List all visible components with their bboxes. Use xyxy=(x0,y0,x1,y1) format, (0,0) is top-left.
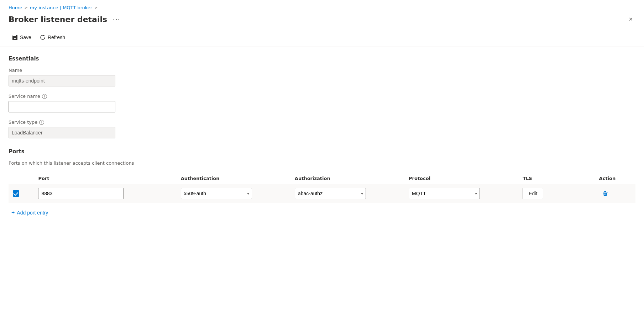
add-icon: + xyxy=(11,210,15,216)
refresh-icon xyxy=(40,35,46,40)
ports-title: Ports xyxy=(9,148,635,155)
toolbar: Save Refresh xyxy=(0,30,644,47)
service-name-input[interactable] xyxy=(9,101,115,112)
ports-subtitle: Ports on which this listener accepts cli… xyxy=(9,160,635,166)
service-name-label: Service name i xyxy=(9,94,635,99)
authentication-cell: x509-auth ▾ xyxy=(177,184,290,203)
content-area: Essentials Name Service name i Service t… xyxy=(0,47,644,226)
panel-header: Broker listener details ··· × xyxy=(0,13,644,30)
col-header-authz: Authorization xyxy=(290,173,404,184)
add-port-entry-button[interactable]: + Add port entry xyxy=(9,208,51,217)
breadcrumb: Home > my-instance | MQTT broker > xyxy=(0,0,644,13)
col-header-tls: TLS xyxy=(518,173,595,184)
save-icon xyxy=(12,35,18,40)
service-name-field-group: Service name i xyxy=(9,94,635,112)
service-type-input xyxy=(9,127,115,138)
authentication-select[interactable]: x509-auth xyxy=(181,188,252,199)
essentials-title: Essentials xyxy=(9,55,635,62)
protocol-select[interactable]: MQTT xyxy=(409,188,480,199)
close-button[interactable]: × xyxy=(626,15,635,24)
name-input xyxy=(9,75,115,86)
authentication-dropdown-wrapper: x509-auth ▾ xyxy=(181,188,252,199)
save-label: Save xyxy=(20,35,31,40)
col-header-protocol: Protocol xyxy=(404,173,518,184)
protocol-dropdown-wrapper: MQTT ▾ xyxy=(409,188,480,199)
service-type-label: Service type i xyxy=(9,120,635,125)
ports-section: Ports Ports on which this listener accep… xyxy=(9,148,635,217)
breadcrumb-instance[interactable]: my-instance | MQTT broker xyxy=(30,5,92,10)
table-header-row: Port Authentication Authorization Protoc… xyxy=(9,173,635,184)
row-checkbox[interactable] xyxy=(13,190,19,197)
service-type-field-group: Service type i xyxy=(9,120,635,138)
breadcrumb-sep2: > xyxy=(94,5,98,10)
authorization-select[interactable]: abac-authz xyxy=(295,188,366,199)
tls-edit-button[interactable]: Edit xyxy=(523,188,543,199)
add-port-label: Add port entry xyxy=(17,210,48,216)
name-field-group: Name xyxy=(9,68,635,86)
more-options-button[interactable]: ··· xyxy=(111,15,122,24)
panel-title-text: Broker listener details xyxy=(9,15,107,24)
port-input[interactable] xyxy=(38,188,124,199)
action-cell xyxy=(595,184,635,203)
row-checkbox-cell xyxy=(9,184,34,203)
port-cell xyxy=(34,184,176,203)
refresh-label: Refresh xyxy=(48,35,65,40)
breadcrumb-home[interactable]: Home xyxy=(9,5,22,10)
authorization-dropdown-wrapper: abac-authz ▾ xyxy=(295,188,366,199)
ports-table: Port Authentication Authorization Protoc… xyxy=(9,173,635,203)
protocol-cell: MQTT ▾ xyxy=(404,184,518,203)
refresh-button[interactable]: Refresh xyxy=(36,32,69,42)
col-header-check xyxy=(9,173,34,184)
delete-row-button[interactable] xyxy=(599,189,611,198)
tls-cell: Edit xyxy=(518,184,595,203)
col-header-action: Action xyxy=(595,173,635,184)
breadcrumb-sep1: > xyxy=(24,5,27,10)
service-type-info-icon[interactable]: i xyxy=(39,120,44,125)
service-name-info-icon[interactable]: i xyxy=(42,94,47,99)
save-button[interactable]: Save xyxy=(9,32,35,42)
name-label: Name xyxy=(9,68,635,73)
authorization-cell: abac-authz ▾ xyxy=(290,184,404,203)
panel-title: Broker listener details ··· xyxy=(9,15,122,24)
essentials-section: Essentials Name Service name i Service t… xyxy=(9,55,635,138)
table-row: x509-auth ▾ abac-authz ▾ xyxy=(9,184,635,203)
broker-listener-panel: Home > my-instance | MQTT broker > Broke… xyxy=(0,0,644,334)
col-header-auth: Authentication xyxy=(177,173,290,184)
col-header-port: Port xyxy=(34,173,176,184)
